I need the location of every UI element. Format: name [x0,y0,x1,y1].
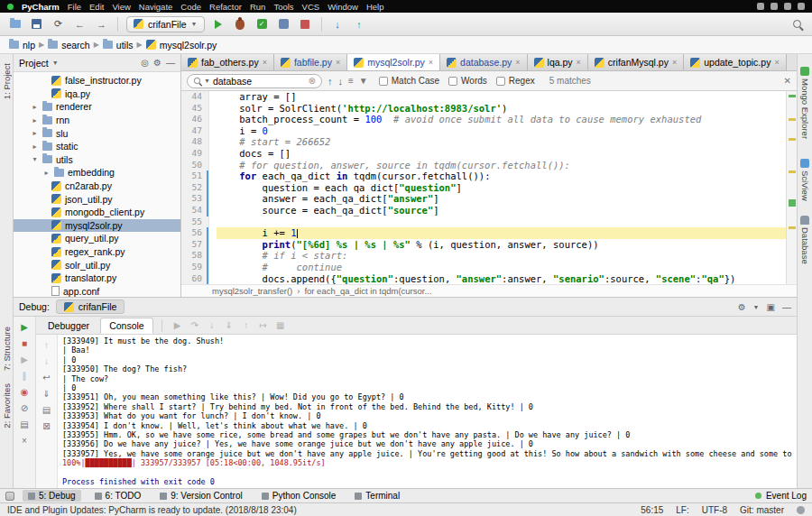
close-tab-icon[interactable]: × [515,58,520,67]
close-tab-icon[interactable]: × [577,58,581,67]
tree-item-translator-py[interactable]: translator.py [14,272,180,285]
forward-icon[interactable]: → [94,17,109,32]
step-over-icon[interactable]: ↷ [188,319,202,332]
breadcrumb-utils[interactable]: utils [103,40,134,51]
chevron-down-icon[interactable]: ▼ [52,60,59,66]
coverage-button[interactable]: ✓ [254,17,270,32]
find-option-match-case[interactable]: Match Case [379,76,439,86]
clear-search-icon[interactable]: ⊗ [309,76,316,86]
breadcrumb-nlp[interactable]: nlp [9,40,35,51]
tree-item-embedding[interactable]: ▸embedding [14,166,180,180]
toolwindow-tab-6-todo[interactable]: 6: TODO [89,490,147,502]
select-all-occurrences-icon[interactable]: ≡ [348,76,354,86]
tab-fab-others-py[interactable]: fab_others.py× [181,54,274,70]
tree-item-utils[interactable]: ▾utils [14,153,180,167]
tab-fabfile-py[interactable]: fabfile.py× [274,54,347,70]
breadcrumb-mysql2solr-py[interactable]: mysql2solr.py [146,40,217,51]
soft-wrap-icon[interactable]: ↩ [40,371,54,383]
find-input[interactable] [213,76,306,87]
hide-panel-icon[interactable]: — [782,302,791,312]
tree-item-static[interactable]: ▸static [14,140,180,153]
line-number[interactable]: 52 [181,182,207,194]
stripe-button-1-project[interactable]: 1: Project [2,63,12,99]
line-number[interactable]: 47 [181,125,207,137]
menu-edit[interactable]: Edit [89,2,104,12]
menu-pycharm[interactable]: PyCharm [22,2,60,12]
chevron-right-icon[interactable]: ▸ [31,103,39,111]
mute-breakpoints-icon[interactable]: ⊘ [17,401,32,414]
debug-tab-console[interactable]: Console [100,318,153,334]
line-number[interactable]: 45 [181,103,207,115]
menu-vcs[interactable]: VCS [302,2,320,12]
event-log-button[interactable]: Event Log [766,491,807,501]
evaluate-expression-icon[interactable]: ▦ [273,319,288,332]
debug-button[interactable] [233,17,248,32]
resume-icon[interactable]: ▶ [17,353,32,365]
line-number[interactable]: 60 [181,273,207,285]
cursor-position[interactable]: 56:15 [641,505,663,515]
stripe-button-database[interactable]: Database [800,216,810,264]
debug-session-tab[interactable]: crifanFile [56,299,125,314]
menu-tools[interactable]: Tools [273,2,293,12]
run-button[interactable] [211,17,226,32]
force-step-into-icon[interactable]: ⇓ [222,319,236,332]
tree-item-solr-util-py[interactable]: solr_util.py [14,258,180,272]
search-everywhere-icon[interactable] [789,17,805,32]
toolwindow-tab-python-console[interactable]: Python Console [256,490,342,502]
line-ending[interactable]: LF: [676,505,688,515]
tab-lqa-py[interactable]: lqa.py× [528,54,588,70]
line-number[interactable]: 51 [181,170,207,182]
clear-all-icon[interactable]: ⊠ [40,419,54,432]
toolwindow-tab-terminal[interactable]: Terminal [349,490,405,502]
close-find-icon[interactable]: ✕ [784,76,791,86]
apple-menu-icon[interactable] [7,4,14,10]
tree-item-renderer[interactable]: ▸renderer [14,100,180,114]
line-number[interactable]: 46 [181,114,207,125]
profiler-button[interactable] [276,17,291,32]
chevron-down-icon[interactable]: ▾ [31,155,39,163]
stop-button[interactable] [298,17,313,32]
sync-icon[interactable]: ⟳ [51,17,66,32]
run-configuration-select[interactable]: crifanFile ▼ [126,16,205,32]
view-breakpoints-icon[interactable]: ◉ [17,385,32,398]
step-into-icon[interactable]: ↓ [205,319,219,332]
gear-icon[interactable]: ⚙ [738,302,746,312]
line-number[interactable]: 56 [181,227,207,239]
tab-crifanmysql-py[interactable]: crifanMysql.py× [588,54,684,70]
stripe-button-mongo-explorer[interactable]: Mongo Explorer [800,67,810,139]
tab-database-py[interactable]: database.py× [440,54,527,70]
tree-item-slu[interactable]: ▸slu [14,126,180,140]
toolwindow-tab-5-debug[interactable]: 5: Debug [23,490,81,502]
rerun-icon[interactable]: ▶ [17,320,32,333]
close-tab-icon[interactable]: × [336,58,340,67]
status-message[interactable]: IDE and Plugin Updates: PyCharm is ready… [7,505,297,515]
tree-item-mysql2solr-py[interactable]: mysql2solr.py [14,219,180,233]
checkbox-icon[interactable] [448,77,457,86]
line-number[interactable]: 50 [181,160,207,171]
open-icon[interactable] [7,17,23,32]
file-encoding[interactable]: UTF-8 [702,505,727,515]
tree-item-false-instructor-py[interactable]: false_instructor.py [14,74,180,88]
scroll-to-end-icon[interactable]: ⇓ [40,387,54,400]
line-number[interactable]: 48 [181,136,207,148]
tool-window-switcher-icon[interactable] [5,492,14,501]
menu-run[interactable]: Run [250,2,265,12]
line-number[interactable]: 58 [181,250,207,262]
tree-item-regex-rank-py[interactable]: regex_rank.py [14,245,180,259]
find-next-icon[interactable]: ↓ [338,76,344,87]
chevron-right-icon[interactable]: ▸ [42,169,51,177]
menubar-status-icon[interactable] [757,3,764,10]
stripe-button-7-structure[interactable]: 7: Structure [2,327,12,371]
down-stack-trace-icon[interactable]: ↓ [40,355,54,367]
project-tree[interactable]: false_instructor.pyiqa.py▸renderer▸rnn▸s… [14,72,180,297]
tree-item-mongodb-client-py[interactable]: mongodb_client.py [14,206,180,219]
tree-item-rnn[interactable]: ▸rnn [14,114,180,127]
line-number[interactable]: 49 [181,148,207,160]
checkbox-icon[interactable] [379,77,388,86]
restore-layout-icon[interactable]: ▤ [17,418,32,430]
print-icon[interactable]: ▤ [40,403,54,416]
close-tab-icon[interactable]: × [672,58,677,67]
hide-panel-icon[interactable]: — [166,58,175,68]
line-number[interactable]: 44 [181,91,207,103]
chevron-right-icon[interactable]: ▸ [31,116,39,124]
